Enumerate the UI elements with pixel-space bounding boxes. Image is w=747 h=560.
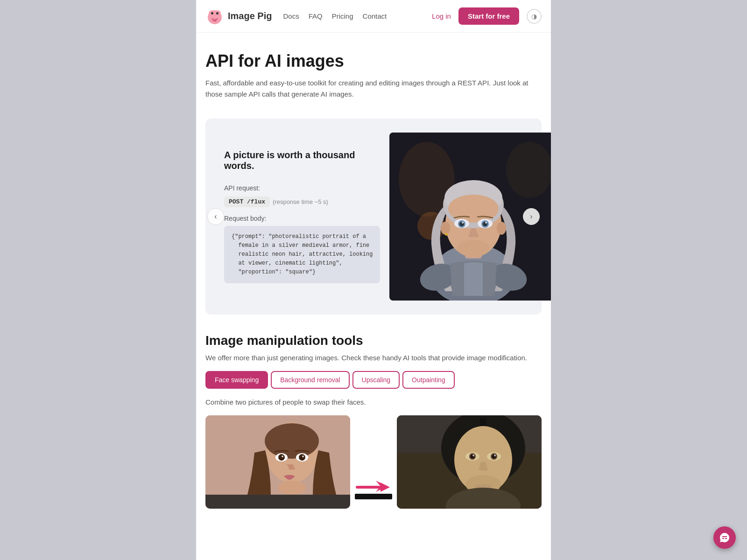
hero-title: API for AI images <box>205 51 542 71</box>
svg-rect-46 <box>205 495 350 509</box>
nav-links: Docs FAQ Pricing Contact <box>283 12 432 20</box>
face-swap-result-svg <box>397 415 542 509</box>
manipulation-section: Image manipulation tools We offer more t… <box>196 324 551 518</box>
face-swap-result-image <box>397 415 542 509</box>
svg-point-6 <box>216 12 218 14</box>
face-swap-source-svg <box>205 415 350 509</box>
face-swap-description: Combine two pictures of people to swap t… <box>205 398 542 406</box>
manipulation-description: We offer more than just generating image… <box>205 354 542 362</box>
svg-point-8 <box>214 20 215 21</box>
chat-bubble-button[interactable] <box>713 526 736 549</box>
svg-point-44 <box>302 455 304 457</box>
carousel: ‹ A picture is worth a thousand words. A… <box>205 119 542 315</box>
svg-point-61 <box>472 455 474 456</box>
carousel-prev-button[interactable]: ‹ <box>207 208 224 225</box>
tab-background-removal[interactable]: Background removal <box>271 371 349 389</box>
face-swap-images <box>205 415 542 509</box>
chat-icon <box>719 532 730 543</box>
svg-point-62 <box>494 455 496 456</box>
svg-point-28 <box>485 222 487 224</box>
svg-point-32 <box>497 222 506 235</box>
nav-docs[interactable]: Docs <box>283 12 299 20</box>
svg-rect-47 <box>355 494 392 499</box>
svg-point-45 <box>278 481 306 495</box>
svg-point-33 <box>445 233 448 236</box>
api-method-row: POST /flux (response time ~5 s) <box>224 196 328 207</box>
tab-upscaling[interactable]: Upscaling <box>352 371 400 389</box>
side-panel-right <box>551 0 747 560</box>
svg-point-9 <box>215 20 216 21</box>
login-link[interactable]: Log in <box>432 12 451 20</box>
carousel-content: A picture is worth a thousand words. API… <box>224 150 389 284</box>
tab-bar: Face swapping Background removal Upscali… <box>205 371 542 389</box>
logo-icon <box>205 7 224 26</box>
response-time: (response time ~5 s) <box>273 198 328 205</box>
logo-text: Image Pig <box>228 11 272 21</box>
manipulation-title: Image manipulation tools <box>205 333 542 348</box>
svg-point-38 <box>265 423 319 459</box>
arrow-svg <box>355 476 392 499</box>
svg-point-27 <box>462 222 464 224</box>
svg-point-12 <box>506 142 553 198</box>
start-free-button[interactable]: Start for free <box>458 7 519 25</box>
theme-toggle-button[interactable]: ◑ <box>527 9 542 24</box>
request-body-label: Request body: <box>224 215 380 222</box>
svg-point-43 <box>282 455 283 457</box>
tab-outpainting[interactable]: Outpainting <box>402 371 455 389</box>
svg-marker-48 <box>381 483 390 492</box>
api-method-badge: POST /flux <box>224 196 270 207</box>
logo-area[interactable]: Image Pig <box>205 7 272 26</box>
nav-right: Log in Start for free ◑ <box>432 7 542 25</box>
code-block: {"prompt": "photorealistic portrait of a… <box>224 226 380 284</box>
svg-point-41 <box>278 454 285 461</box>
svg-point-42 <box>299 454 305 461</box>
hero-section: API for AI images Fast, affordable and e… <box>196 33 551 109</box>
face-swap-source-image <box>205 415 350 509</box>
svg-point-34 <box>457 240 490 257</box>
api-request-label: API request: <box>224 184 380 192</box>
carousel-next-button[interactable]: › <box>523 208 540 225</box>
face-swap-arrow <box>355 415 392 509</box>
svg-point-7 <box>213 19 217 21</box>
carousel-quote: A picture is worth a thousand words. <box>224 150 380 171</box>
nav-faq[interactable]: FAQ <box>309 12 323 20</box>
hero-description: Fast, affordable and easy-to-use toolkit… <box>205 77 532 100</box>
svg-point-20 <box>448 195 499 223</box>
nav-contact[interactable]: Contact <box>363 12 387 20</box>
svg-point-5 <box>211 12 213 14</box>
navbar: Image Pig Docs FAQ Pricing Contact Log i… <box>196 0 551 33</box>
svg-point-31 <box>441 222 450 235</box>
tab-face-swapping[interactable]: Face swapping <box>205 371 268 389</box>
nav-pricing[interactable]: Pricing <box>332 12 353 20</box>
